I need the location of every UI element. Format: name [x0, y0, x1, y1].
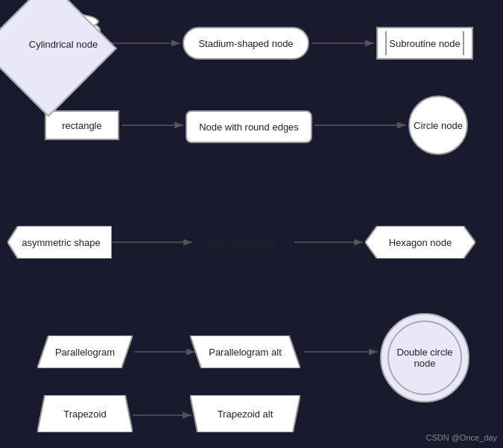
parallelogram-alt-svg: Parallelogram alt [190, 335, 300, 368]
trapezoid-alt-node: Trapezoid alt [190, 395, 300, 432]
svg-text:asymmetric shape: asymmetric shape [22, 237, 100, 248]
subroutine-node: Subroutine node [376, 27, 473, 60]
circle-node: Circle node [408, 95, 468, 155]
watermark: CSDN @Once_day [426, 433, 497, 442]
stadium-node: Stadium-shaped node [183, 27, 309, 60]
rhombus-label-container: Rhombus node [194, 195, 291, 292]
parallelogram-node: Parallelogram [37, 335, 133, 368]
hexagon-node: Hexagon node [365, 226, 475, 259]
trapezoid-alt-svg: Trapezoid alt [190, 395, 300, 432]
stadium-label: Stadium-shaped node [198, 38, 293, 49]
double-circle-inner: Double circle node [387, 321, 462, 395]
rectangle-node: rectangle [45, 110, 119, 140]
rhombus-label: Rhombus node [210, 239, 276, 250]
cylindrical-label: Cylindrical node [29, 39, 98, 50]
svg-text:Parallelogram: Parallelogram [55, 347, 115, 358]
svg-text:Parallelogram alt: Parallelogram alt [209, 347, 282, 358]
svg-text:Hexagon node: Hexagon node [389, 237, 452, 248]
double-circle-node: Double circle node [380, 313, 469, 403]
round-edges-label: Node with round edges [199, 122, 299, 133]
circle-label: Circle node [414, 120, 463, 131]
rectangle-label: rectangle [62, 120, 101, 131]
double-circle-label: Double circle node [389, 347, 461, 369]
diagram: Cylindrical node Stadium-shaped node Sub… [0, 0, 503, 448]
round-edges-node: Node with round edges [186, 110, 312, 143]
parallelogram-alt-node: Parallelogram alt [190, 335, 300, 368]
parallelogram-svg: Parallelogram [37, 335, 133, 368]
svg-text:Trapezoid alt: Trapezoid alt [218, 408, 273, 420]
asymmetric-svg: asymmetric shape [7, 226, 112, 259]
asymmetric-node: asymmetric shape [7, 226, 112, 259]
svg-text:Trapezoid: Trapezoid [63, 408, 106, 420]
hexagon-svg: Hexagon node [365, 226, 475, 259]
trapezoid-node: Trapezoid [37, 395, 133, 432]
trapezoid-svg: Trapezoid [37, 395, 133, 432]
subroutine-inner-border [385, 31, 464, 55]
